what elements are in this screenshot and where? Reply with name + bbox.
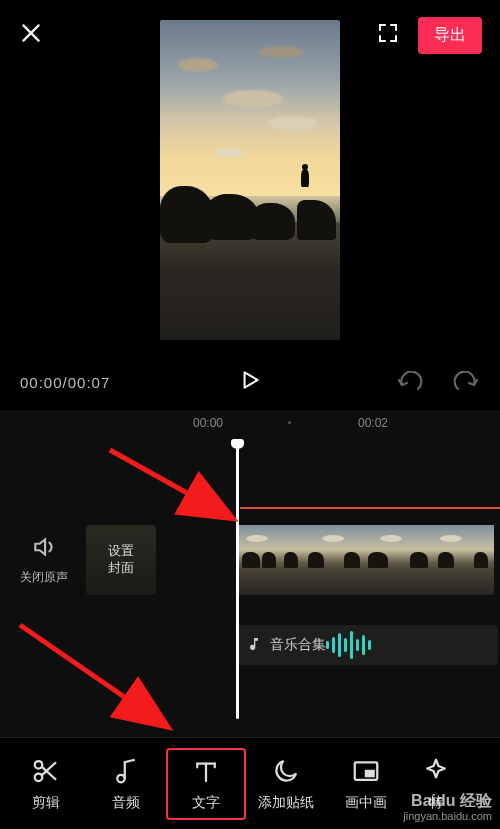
tool-label: 文字 bbox=[192, 794, 220, 812]
redo-button[interactable] bbox=[452, 371, 480, 393]
preview-scene bbox=[160, 20, 340, 340]
clip-thumbnails[interactable] bbox=[238, 525, 494, 595]
video-preview[interactable] bbox=[160, 20, 340, 340]
timecode: 00:00/00:07 bbox=[20, 374, 110, 391]
audio-track-label: 音乐合集 bbox=[270, 636, 326, 654]
ruler-tick bbox=[288, 421, 291, 424]
tool-pip[interactable]: 画中画 bbox=[326, 748, 406, 820]
clip-thumb[interactable] bbox=[430, 525, 494, 595]
clip-thumb[interactable] bbox=[238, 525, 302, 595]
moon-icon bbox=[271, 756, 301, 786]
video-track-indicator bbox=[240, 507, 500, 509]
sparkle-icon bbox=[421, 756, 451, 786]
tool-sticker[interactable]: 添加贴纸 bbox=[246, 748, 326, 820]
tool-label: 音频 bbox=[112, 794, 140, 812]
bottom-toolbar: 剪辑 音频 文字 添加贴纸 bbox=[0, 737, 500, 829]
time-ruler[interactable]: 00:00 00:02 bbox=[0, 410, 500, 440]
tool-label: 添加贴纸 bbox=[258, 794, 314, 812]
speaker-icon bbox=[31, 534, 57, 563]
audio-track[interactable]: 音乐合集 bbox=[238, 625, 498, 665]
preview-area bbox=[0, 20, 500, 350]
music-note-icon bbox=[111, 756, 141, 786]
timeline[interactable]: 00:00 00:02 关闭原声 设置 封面 + bbox=[0, 410, 500, 739]
set-cover-button[interactable]: 设置 封面 bbox=[86, 525, 156, 595]
ruler-tick-label: 00:00 bbox=[193, 416, 223, 430]
svg-rect-18 bbox=[365, 769, 375, 777]
audio-waveform-icon bbox=[326, 625, 386, 665]
tool-edit[interactable]: 剪辑 bbox=[6, 748, 86, 820]
text-icon bbox=[191, 756, 221, 786]
tool-effects[interactable]: 特 bbox=[406, 748, 466, 820]
playhead[interactable] bbox=[236, 445, 239, 719]
music-note-icon bbox=[246, 636, 262, 655]
tool-text[interactable]: 文字 bbox=[166, 748, 246, 820]
clip-thumb[interactable] bbox=[302, 525, 366, 595]
tool-label: 画中画 bbox=[345, 794, 387, 812]
tool-audio[interactable]: 音频 bbox=[86, 748, 166, 820]
ruler-tick-label: 00:02 bbox=[358, 416, 388, 430]
scissors-icon bbox=[31, 756, 61, 786]
undo-button[interactable] bbox=[396, 371, 424, 393]
svg-marker-3 bbox=[35, 539, 45, 554]
tool-label: 特 bbox=[429, 794, 443, 812]
cover-label: 设置 封面 bbox=[108, 543, 134, 577]
mute-original-audio-button[interactable]: 关闭原声 bbox=[20, 534, 68, 586]
tool-label: 剪辑 bbox=[32, 794, 60, 812]
clip-thumb[interactable] bbox=[366, 525, 430, 595]
video-track[interactable]: + bbox=[238, 525, 494, 595]
mute-label: 关闭原声 bbox=[20, 569, 68, 586]
picture-in-picture-icon bbox=[351, 756, 381, 786]
play-button[interactable] bbox=[237, 367, 263, 397]
transport-bar: 00:00/00:07 bbox=[0, 355, 500, 409]
svg-marker-2 bbox=[245, 372, 258, 387]
